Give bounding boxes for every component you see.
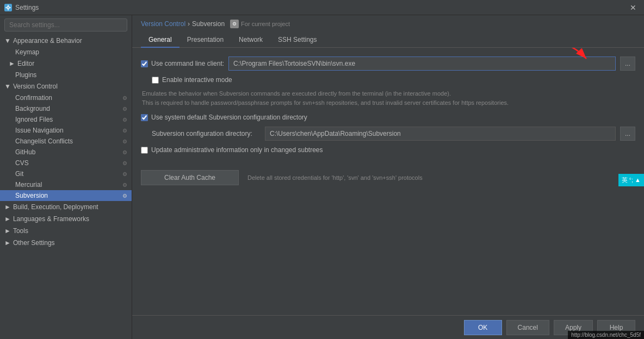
sidebar-item-mercurial[interactable]: Mercurial ⚙: [0, 179, 132, 190]
window-title: Settings: [15, 4, 39, 11]
update-admin-checkbox[interactable]: [141, 147, 148, 154]
clear-cache-button[interactable]: Clear Auth Cache: [141, 170, 239, 185]
sidebar-item-label: CVS: [15, 159, 29, 167]
sidebar-item-label: Mercurial: [15, 181, 42, 189]
cmd-client-row: Use command line client: ...: [141, 56, 635, 71]
project-label: For current project: [241, 21, 290, 27]
expand-arrow: ►: [9, 60, 15, 67]
tab-network[interactable]: Network: [231, 33, 270, 48]
sidebar-item-build[interactable]: ► Build, Execution, Deployment: [0, 201, 132, 213]
config-dir-input[interactable]: [265, 127, 616, 141]
sidebar-item-label: Subversion: [15, 192, 48, 199]
update-admin-label[interactable]: Update administrative information only i…: [141, 146, 323, 154]
ok-button[interactable]: OK: [464, 320, 502, 335]
sidebar-item-languages[interactable]: ► Languages & Frameworks: [0, 213, 132, 225]
settings-icon: [4, 4, 12, 11]
enable-interactive-text: Enable interactive mode: [162, 76, 232, 84]
tabs-bar: General Presentation Network SSH Setting…: [132, 33, 644, 48]
sidebar-item-label: Editor: [17, 60, 34, 67]
use-cmd-client-checkbox-label[interactable]: Use command line client:: [141, 60, 224, 67]
sidebar-item-label: Plugins: [15, 71, 36, 79]
settings-icon: ⚙: [122, 160, 127, 166]
sidebar-item-git[interactable]: Git ⚙: [0, 168, 132, 179]
expand-arrow: ►: [4, 227, 11, 235]
sidebar-item-subversion[interactable]: Subversion ⚙: [0, 190, 132, 201]
svg-rect-1: [8, 5, 9, 6]
close-button[interactable]: ✕: [627, 2, 640, 13]
sidebar-item-label: Tools: [13, 227, 28, 235]
use-cmd-client-label: Use command line client:: [151, 60, 224, 67]
expand-arrow: ▼: [4, 37, 11, 45]
sidebar-item-label: Appearance & Behavior: [13, 37, 82, 45]
search-input[interactable]: [4, 18, 127, 32]
sidebar-item-label: Changelist Conflicts: [15, 137, 73, 145]
clear-cache-description: Delete all stored credentials for 'http'…: [247, 174, 423, 181]
tab-ssh-settings[interactable]: SSH Settings: [270, 33, 324, 48]
sidebar-item-changelist-conflicts[interactable]: Changelist Conflicts ⚙: [0, 136, 132, 147]
enable-interactive-checkbox[interactable]: [152, 77, 159, 84]
browse-button[interactable]: ...: [620, 56, 635, 71]
interactive-mode-row: Enable interactive mode: [141, 76, 635, 84]
svg-rect-3: [5, 7, 7, 8]
settings-icon: ⚙: [122, 106, 127, 112]
breadcrumb-current: Subversion: [192, 20, 225, 28]
config-dir-browse-button[interactable]: ...: [620, 127, 635, 141]
sidebar-item-label: Build, Execution, Deployment: [13, 203, 98, 211]
clear-cache-section: Clear Auth Cache Delete all stored crede…: [141, 170, 635, 185]
cancel-button[interactable]: Cancel: [506, 320, 549, 335]
config-dir-label: Subversion configuration directory:: [152, 130, 261, 137]
settings-icon: ⚙: [122, 95, 127, 101]
tab-general[interactable]: General: [141, 33, 179, 48]
breadcrumb: Version Control › Subversion ⚙ For curre…: [132, 15, 644, 33]
enable-interactive-label[interactable]: Enable interactive mode: [152, 76, 232, 84]
sidebar-item-keymap[interactable]: Keymap: [0, 47, 132, 58]
use-system-default-text: Use system default Subversion configurat…: [151, 114, 307, 121]
sidebar-item-confirmation[interactable]: Confirmation ⚙: [0, 92, 132, 103]
bottom-bar: OK Cancel Apply Help: [132, 315, 644, 339]
settings-icon: ⚙: [122, 193, 127, 199]
sidebar-item-github[interactable]: GitHub ⚙: [0, 147, 132, 158]
sidebar-item-label: Confirmation: [15, 94, 52, 102]
sidebar-item-version-control[interactable]: ▼ Version Control: [0, 80, 132, 92]
sidebar-item-issue-navigation[interactable]: Issue Navigation ⚙: [0, 125, 132, 136]
sidebar-item-label: GitHub: [15, 148, 35, 156]
sidebar-item-other-settings[interactable]: ► Other Settings: [0, 237, 132, 249]
settings-icon: ⚙: [122, 139, 127, 145]
sidebar-item-background[interactable]: Background ⚙: [0, 103, 132, 114]
cmd-client-path-input[interactable]: [228, 56, 616, 71]
sidebar: ▼ Appearance & Behavior Keymap ► Editor …: [0, 15, 132, 339]
settings-icon: ⚙: [122, 171, 127, 177]
sidebar-item-plugins[interactable]: Plugins: [0, 70, 132, 80]
svg-point-0: [7, 7, 9, 9]
config-dir-row: Subversion configuration directory: ...: [141, 127, 635, 141]
use-cmd-client-checkbox[interactable]: [141, 60, 148, 67]
title-bar-left: Settings: [4, 4, 39, 11]
expand-arrow: ►: [4, 215, 11, 223]
system-default-row: Use system default Subversion configurat…: [141, 114, 635, 121]
tab-presentation[interactable]: Presentation: [179, 33, 231, 48]
sidebar-item-editor[interactable]: ► Editor: [0, 58, 132, 70]
sidebar-item-tools[interactable]: ► Tools: [0, 225, 132, 237]
settings-icon: ⚙: [122, 182, 127, 188]
breadcrumb-separator: ›: [188, 20, 190, 28]
sidebar-item-label: Issue Navigation: [15, 127, 64, 134]
interactive-description: Emulates the behavior when Subversion co…: [141, 89, 635, 107]
sidebar-item-label: Ignored Files: [15, 116, 53, 123]
settings-icon: ⚙: [122, 128, 127, 134]
svg-rect-4: [10, 7, 11, 8]
bottom-watermark: http://blog.csdn.net/chc_5d5f: [568, 331, 644, 339]
breadcrumb-settings-icon: ⚙: [230, 20, 239, 28]
sidebar-item-label: Keymap: [15, 48, 39, 56]
expand-arrow: ►: [4, 203, 11, 211]
use-system-default-checkbox[interactable]: [141, 114, 148, 121]
content-area: Version Control › Subversion ⚙ For curre…: [132, 15, 644, 339]
sidebar-item-ignored-files[interactable]: Ignored Files ⚙: [0, 114, 132, 125]
sidebar-item-cvs[interactable]: CVS ⚙: [0, 158, 132, 168]
sidebar-item-label: Other Settings: [13, 239, 55, 247]
use-system-default-label[interactable]: Use system default Subversion configurat…: [141, 114, 307, 121]
sidebar-item-appearance[interactable]: ▼ Appearance & Behavior: [0, 35, 132, 47]
title-bar: Settings ✕: [0, 0, 644, 15]
expand-arrow: ►: [4, 239, 11, 247]
sidebar-item-label: Version Control: [13, 83, 58, 90]
breadcrumb-parent[interactable]: Version Control: [141, 20, 185, 28]
